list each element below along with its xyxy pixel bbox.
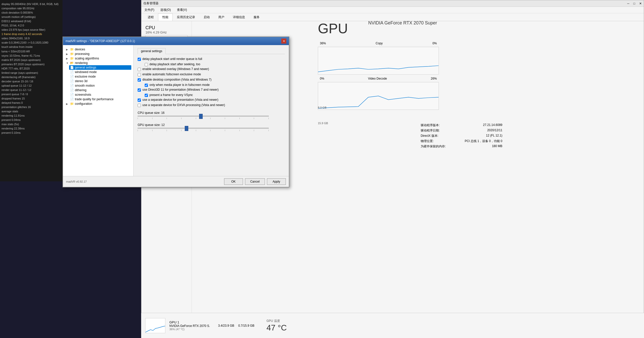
stat-line: deinterlacing off (framerate) xyxy=(2,75,61,79)
stat-line: video 3840x2160, 16:9 xyxy=(2,36,61,41)
tab-services[interactable]: 服务 xyxy=(249,13,264,21)
checkbox-windowed-overlay-input[interactable] xyxy=(138,68,141,71)
checkbox-separate-device-dxva-input[interactable] xyxy=(138,104,141,107)
tree-item-trade-quality[interactable]: 📄 trade quality for performance xyxy=(69,97,131,102)
madvr-content-pane: general settings delay playback start un… xyxy=(134,45,289,176)
checkbox-only-fullscreen-label: only when media player is in fullscreen … xyxy=(149,83,210,87)
madvr-footer: madVR v0.92.17 OK Cancel Apply xyxy=(63,176,289,187)
physical-loc-value: PCI 总线 1，设备 0，功能 0 xyxy=(465,139,502,143)
stat-line: decoder queue 15-16 / 16 xyxy=(2,79,61,84)
tab-performance[interactable]: 性能 xyxy=(158,13,173,21)
reserved-mem-label: 为硬件保留的内存: xyxy=(421,144,446,149)
stat-line: primaries BT.2020 (says upstream) xyxy=(2,62,61,66)
stat-line: present 0.04ms xyxy=(2,118,61,122)
stat-line: dropped frames 15 xyxy=(2,96,61,101)
right-info-panel: 驱动程序版本: 27.21.14.6089 驱动程序日期: 2020/12/11… xyxy=(419,121,504,152)
page-icon-stereo: 📄 xyxy=(70,79,74,83)
tree-label-devices: devices xyxy=(75,48,85,51)
checkbox-present-vsync-input[interactable] xyxy=(145,94,148,97)
driver-version-value: 27.21.14.6089 xyxy=(483,123,502,127)
tm-maximize-icon[interactable]: □ xyxy=(633,2,635,5)
tree-item-exclusive-mode[interactable]: 📄 exclusive mode xyxy=(69,74,131,79)
gpu-instance-label: GPU 1 xyxy=(169,320,210,324)
cancel-button[interactable]: Cancel xyxy=(245,178,265,185)
stat-line: rendering 22.38ms xyxy=(2,126,61,131)
stat-line: scale 0,0,3840,2160 -> 0,0,1920,1080 xyxy=(2,41,61,45)
madvr-version: madVR v0.92.17 xyxy=(66,180,222,183)
tab-startup[interactable]: 启动 xyxy=(199,13,214,21)
gpu-temp-section: GPU 温度 47 °C xyxy=(266,319,287,332)
madvr-tree: ▶ 📁 devices ▶ 📁 processing ▶ 📁 scaling a… xyxy=(63,45,134,176)
tree-label-configuration: configuration xyxy=(75,102,92,106)
tm-minimize-icon[interactable]: ─ xyxy=(627,2,629,5)
tree-item-stereo-3d[interactable]: 📄 stereo 3d xyxy=(69,79,131,83)
expand-icon-scaling: ▶ xyxy=(66,57,69,60)
stat-line: clock deviation 0.00036% xyxy=(2,11,61,15)
folder-icon-devices: 📁 xyxy=(70,48,74,51)
tree-label-screenshots: screenshots xyxy=(75,93,91,96)
stat-line: upload queue 11-12 / 12 xyxy=(2,84,61,88)
tm-menu-view[interactable]: 查看(V) xyxy=(176,7,188,13)
tab-users[interactable]: 用户 xyxy=(214,13,229,21)
page-icon-smooth: 📄 xyxy=(70,84,74,87)
tree-item-general-settings[interactable]: 📄 general settings xyxy=(69,65,131,70)
checkbox-delay-playback: delay playback start until render queue … xyxy=(138,57,285,61)
stat-line: presentation glitches 16 xyxy=(2,105,61,109)
content-tab-general-settings[interactable]: general settings xyxy=(138,48,166,54)
cpu-queue-slider-thumb[interactable] xyxy=(199,114,203,119)
tree-item-scaling-algorithms[interactable]: ▶ 📁 scaling algorithms xyxy=(65,56,131,61)
madvr-body: ▶ 📁 devices ▶ 📁 processing ▶ 📁 scaling a… xyxy=(63,45,289,176)
tab-app-history[interactable]: 应用历史记录 xyxy=(173,13,199,21)
madvr-close-button[interactable]: ✕ xyxy=(281,39,286,44)
tree-item-devices[interactable]: ▶ 📁 devices xyxy=(65,47,131,52)
checkbox-delay-after-seeking-label: delay playback start after seeking, too xyxy=(149,62,200,66)
checkbox-separate-device-presentation-label: use a separate device for presentation (… xyxy=(142,98,218,102)
checkbox-auto-fullscreen-input[interactable] xyxy=(138,73,141,76)
tm-menu-file[interactable]: 文件(F) xyxy=(143,7,155,13)
tree-item-windowed-mode[interactable]: 📄 windowed mode xyxy=(69,70,131,74)
checkbox-delay-playback-label: delay playback start until render queue … xyxy=(142,57,202,61)
gpu-queue-slider-container xyxy=(138,128,269,131)
taskmanager-menubar: 文件(F) 选项(O) 查看(V) xyxy=(141,7,644,13)
checkbox-separate-device-presentation: use a separate device for presentation (… xyxy=(138,98,285,102)
gpu-queue-slider-thumb[interactable] xyxy=(185,126,188,131)
tm-close-icon[interactable]: ✕ xyxy=(639,2,642,5)
copy-label: Copy xyxy=(376,42,383,45)
checkbox-delay-after-seeking-input[interactable] xyxy=(145,63,148,66)
taskmanager-title: 任务管理器 xyxy=(143,1,159,6)
cpu-usage: 16% 4.29 GHz xyxy=(145,30,188,34)
gpu-queue-label: GPU queue size: 12 xyxy=(138,123,285,127)
tree-item-smooth-motion[interactable]: 📄 smooth motion xyxy=(69,83,131,88)
cpu-queue-slider-container xyxy=(138,116,269,119)
checkbox-use-d3d11-input[interactable] xyxy=(138,88,141,92)
tree-item-processing[interactable]: ▶ 📁 processing xyxy=(65,52,131,56)
checkbox-auto-fullscreen: enable automatic fullscreen exclusive mo… xyxy=(138,73,285,76)
checkbox-only-fullscreen-input[interactable] xyxy=(145,84,148,87)
tree-item-rendering[interactable]: ▼ 📂 rendering xyxy=(65,61,131,65)
cpu-label: CPU xyxy=(145,25,188,30)
expand-icon-devices: ▶ xyxy=(66,48,69,51)
tree-item-dithering[interactable]: 📄 dithering xyxy=(69,88,131,92)
tab-details[interactable]: 详细信息 xyxy=(229,13,249,21)
ok-button[interactable]: OK xyxy=(224,178,243,185)
tree-item-screenshots[interactable]: 📄 screenshots xyxy=(69,92,131,97)
copy-section: 36% Copy 0% xyxy=(318,41,439,75)
video-decode-section: 0% Video Decode 26% xyxy=(318,76,439,110)
page-icon-screenshots: 📄 xyxy=(70,93,74,96)
checkbox-disable-desktop-composition-input[interactable] xyxy=(138,78,141,82)
tree-label-exclusive-mode: exclusive mode xyxy=(75,75,96,78)
page-icon-dithering: 📄 xyxy=(70,88,74,92)
checkbox-separate-device-presentation-input[interactable] xyxy=(138,98,141,102)
tree-label-general-settings: general settings xyxy=(75,66,96,69)
nvidia-label: NVIDIA GeForce RTX 2070 Super xyxy=(368,20,437,26)
tree-item-configuration[interactable]: ▶ 📁 configuration xyxy=(65,102,131,106)
physical-loc-label: 物理位置: xyxy=(421,139,434,143)
tm-menu-options[interactable]: 选项(O) xyxy=(159,7,172,13)
stat-line: delayed frames 0 xyxy=(2,101,61,105)
checkbox-delay-playback-input[interactable] xyxy=(138,58,141,61)
gpu-bottom-bar: GPU 1 NVIDIA GeForce RTX 2070 S. 36% (47… xyxy=(141,313,644,338)
gpu-full-name: NVIDIA GeForce RTX 2070 S. xyxy=(169,324,210,328)
apply-button[interactable]: Apply xyxy=(267,178,286,185)
tab-processes[interactable]: 进程 xyxy=(143,13,158,21)
madvr-dialog: madVR settings - "DESKTOP-436E31P" (127.… xyxy=(63,37,289,187)
